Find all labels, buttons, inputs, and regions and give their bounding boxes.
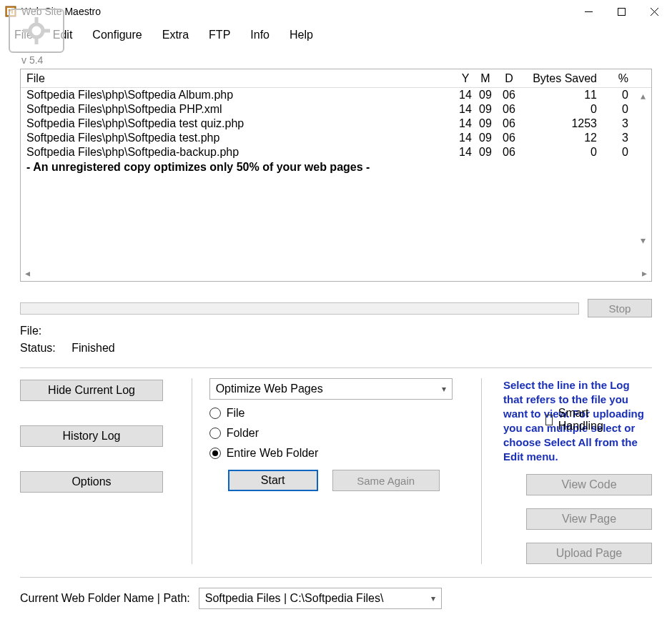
log-cell-pct: 3: [603, 131, 634, 145]
menu-file[interactable]: File: [4, 26, 43, 44]
minimize-button[interactable]: [572, 1, 605, 22]
hide-log-button[interactable]: Hide Current Log: [20, 380, 163, 401]
radio-entire-label: Entire Web Folder: [227, 447, 319, 460]
menu-edit[interactable]: Edit: [43, 26, 83, 44]
log-cell-m: 09: [475, 102, 495, 117]
radio-entire[interactable]: Entire Web Folder: [209, 447, 464, 460]
menubar: File Edit Configure Extra FTP Info Help: [0, 23, 672, 50]
menu-extra[interactable]: Extra: [152, 26, 199, 44]
log-cell-y: 14: [455, 145, 475, 159]
radio-folder[interactable]: Folder: [209, 427, 464, 440]
log-cell-file: Softpedia Files\php\Softpedia-backup.php: [21, 145, 455, 159]
log-row[interactable]: Softpedia Files\php\Softpedia-backup.php…: [21, 145, 651, 159]
chevron-down-icon: ▾: [431, 593, 435, 603]
log-header: File Y M D Bytes Saved %: [21, 69, 651, 88]
app-icon: [4, 5, 17, 18]
log-cell-y: 14: [455, 117, 475, 131]
current-folder-select[interactable]: Softpedia Files | C:\Softpedia Files\ ▾: [199, 588, 442, 609]
history-log-button[interactable]: History Log: [20, 425, 163, 447]
svg-rect-1: [7, 8, 14, 15]
smart-handling-label: Smart Handling: [558, 407, 607, 433]
log-cell-y: 14: [455, 88, 475, 102]
maximize-button[interactable]: [605, 1, 638, 22]
close-button[interactable]: [638, 1, 671, 22]
version-label: v 5.4: [20, 50, 652, 69]
file-label: File:: [20, 325, 41, 337]
log-cell-bytes: 0: [523, 145, 603, 159]
svg-rect-2: [9, 9, 10, 14]
col-header-pct[interactable]: %: [603, 72, 634, 85]
log-cell-d: 06: [495, 145, 523, 159]
vertical-divider: [192, 378, 192, 564]
log-cell-y: 14: [455, 131, 475, 145]
view-page-button[interactable]: View Page: [526, 508, 652, 530]
menu-configure[interactable]: Configure: [82, 26, 152, 44]
menu-ftp[interactable]: FTP: [199, 26, 240, 44]
log-row[interactable]: Softpedia Files\php\Softpedia PHP.xml140…: [21, 102, 651, 117]
log-cell-bytes: 0: [523, 102, 603, 117]
mode-select[interactable]: Optimize Web Pages ▾: [209, 378, 453, 400]
log-cell-y: 14: [455, 102, 475, 117]
log-row[interactable]: Softpedia Files\php\Softpedia test.php14…: [21, 131, 651, 145]
scroll-left-icon[interactable]: ◂: [25, 267, 30, 279]
vertical-divider-2: [481, 378, 482, 564]
svg-rect-5: [618, 8, 625, 15]
scroll-down-icon[interactable]: ▾: [636, 234, 649, 247]
upload-page-button[interactable]: Upload Page: [526, 543, 652, 564]
status-label: Status:: [20, 342, 56, 354]
progress-bar: [20, 302, 579, 315]
start-button[interactable]: Start: [228, 470, 318, 491]
log-cell-d: 06: [495, 102, 523, 117]
divider: [20, 367, 652, 368]
svg-rect-3: [11, 9, 13, 14]
window-title: Web Site Maestro: [21, 6, 101, 17]
divider-2: [20, 577, 652, 578]
options-button[interactable]: Options: [20, 471, 163, 493]
log-note: - An unregistered copy optimizes only 50…: [21, 159, 651, 177]
stop-button[interactable]: Stop: [588, 299, 652, 317]
col-header-y[interactable]: Y: [455, 72, 475, 85]
log-row[interactable]: Softpedia Files\php\Softpedia Album.php1…: [21, 88, 651, 102]
log-cell-pct: 0: [603, 145, 634, 159]
radio-file[interactable]: File: [209, 407, 245, 420]
log-cell-bytes: 1253: [523, 117, 603, 131]
log-cell-d: 06: [495, 88, 523, 102]
col-header-file[interactable]: File: [21, 72, 455, 85]
log-cell-file: Softpedia Files\php\Softpedia Album.php: [21, 88, 455, 102]
log-cell-pct: 0: [603, 88, 634, 102]
log-cell-pct: 3: [603, 117, 634, 131]
log-cell-file: Softpedia Files\php\Softpedia test.php: [21, 131, 455, 145]
log-panel: File Y M D Bytes Saved % Softpedia Files…: [20, 69, 652, 282]
log-cell-m: 09: [475, 117, 495, 131]
current-folder-label: Current Web Folder Name | Path:: [20, 592, 190, 605]
scroll-up-icon[interactable]: ▴: [636, 89, 649, 102]
scroll-right-icon[interactable]: ▸: [642, 267, 647, 279]
menu-help[interactable]: Help: [280, 26, 323, 44]
menu-info[interactable]: Info: [240, 26, 280, 44]
same-again-button[interactable]: Same Again: [332, 470, 440, 491]
log-cell-m: 09: [475, 145, 495, 159]
log-cell-file: Softpedia Files\php\Softpedia test quiz.…: [21, 117, 455, 131]
radio-folder-label: Folder: [227, 427, 259, 440]
log-row[interactable]: Softpedia Files\php\Softpedia test quiz.…: [21, 117, 651, 131]
log-body[interactable]: Softpedia Files\php\Softpedia Album.php1…: [21, 88, 651, 265]
smart-handling-checkbox[interactable]: Smart Handling: [545, 407, 607, 433]
titlebar: Web Site Maestro: [0, 0, 672, 23]
log-cell-bytes: 12: [523, 131, 603, 145]
log-cell-d: 06: [495, 131, 523, 145]
log-cell-m: 09: [475, 131, 495, 145]
scrollbar-vertical[interactable]: ▴ ▾: [636, 89, 650, 247]
scrollbar-horizontal[interactable]: ◂ ▸: [21, 265, 651, 281]
mode-select-value: Optimize Web Pages: [216, 382, 323, 395]
chevron-down-icon: ▾: [442, 384, 446, 394]
view-code-button[interactable]: View Code: [526, 474, 652, 495]
log-cell-d: 06: [495, 117, 523, 131]
log-cell-pct: 0: [603, 102, 634, 117]
log-cell-bytes: 11: [523, 88, 603, 102]
radio-file-label: File: [227, 407, 245, 420]
status-value: Finished: [71, 342, 114, 355]
log-cell-m: 09: [475, 88, 495, 102]
col-header-m[interactable]: M: [475, 72, 495, 85]
col-header-d[interactable]: D: [495, 72, 523, 85]
col-header-bytes[interactable]: Bytes Saved: [523, 72, 603, 85]
